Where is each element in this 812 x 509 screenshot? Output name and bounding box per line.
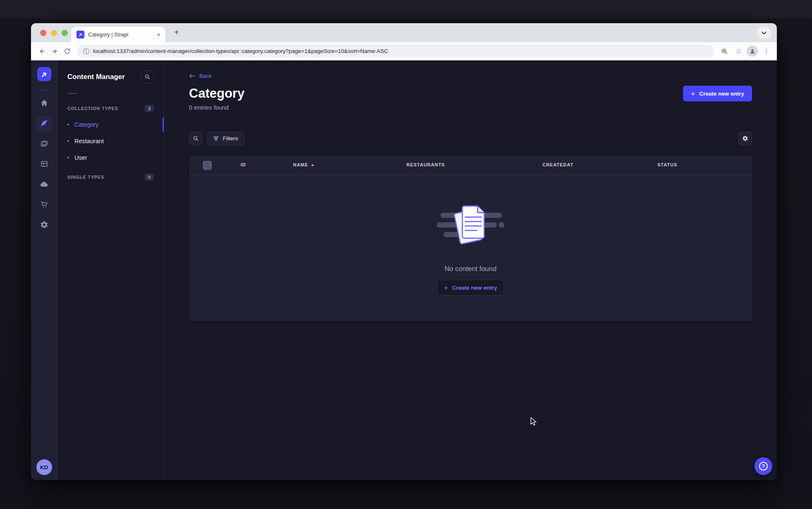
collection-types-label: COLLECTION TYPES <box>67 106 118 111</box>
subnav-search-icon[interactable] <box>141 70 154 83</box>
site-info-icon[interactable]: ⓘ <box>83 48 89 54</box>
sidebar-item-category[interactable]: Category <box>57 116 164 133</box>
column-header-createdat[interactable]: CREATEDAT <box>542 162 573 167</box>
back-navigation-icon[interactable] <box>36 45 48 58</box>
strapi-logo[interactable] <box>37 67 51 81</box>
home-icon[interactable] <box>36 95 52 111</box>
single-types-count-badge: 0 <box>145 173 154 181</box>
collection-types-count-badge: 3 <box>145 105 154 112</box>
browser-toolbar: ⓘ localhost:1337/admin/content-manager/c… <box>31 42 777 60</box>
tab-title: Category | Strapi <box>88 31 153 38</box>
bullet-icon <box>67 140 69 142</box>
browser-tab-strip: Category | Strapi × + <box>31 23 777 42</box>
view-settings-gear-icon[interactable] <box>738 132 752 145</box>
column-header-restaurants[interactable]: RESTAURANTS <box>406 162 445 167</box>
tab-close-icon[interactable]: × <box>156 31 161 38</box>
help-button[interactable]: ? <box>755 457 772 475</box>
sort-ascending-icon: ▲ <box>310 163 315 167</box>
select-all-checkbox[interactable] <box>203 161 212 170</box>
content-type-builder-icon[interactable] <box>36 156 52 172</box>
sidebar-item-restaurant[interactable]: Restaurant <box>57 133 164 149</box>
empty-create-new-entry-button[interactable]: + Create new entry <box>437 280 504 295</box>
main-navigation-rail: KD <box>31 60 57 480</box>
no-content-message: No content found <box>444 265 497 273</box>
column-header-name[interactable]: NAME ▲ <box>293 162 315 167</box>
page-title: Category <box>189 86 244 101</box>
single-types-label: SINGLE TYPES <box>67 175 104 180</box>
rail-divider <box>38 90 51 90</box>
browser-profile-icon[interactable] <box>747 46 758 57</box>
filter-lines-icon <box>213 136 219 141</box>
table-header-row: ID NAME ▲ RESTAURANTS CREATEDAT STATUS <box>189 156 752 175</box>
create-new-entry-button[interactable]: + Create new entry <box>683 86 752 101</box>
strapi-favicon-icon <box>76 31 84 38</box>
bullet-icon <box>67 157 69 158</box>
entries-table-card: ID NAME ▲ RESTAURANTS CREATEDAT STATUS <box>189 156 752 321</box>
new-tab-button[interactable]: + <box>171 26 182 38</box>
reload-icon[interactable] <box>61 45 73 58</box>
sidebar-item-user[interactable]: User <box>57 149 164 166</box>
content-manager-feather-icon[interactable] <box>36 115 52 131</box>
close-window-button[interactable] <box>40 30 46 36</box>
browser-tab[interactable]: Category | Strapi × <box>71 27 165 42</box>
back-link[interactable]: Back <box>189 73 212 79</box>
toolbar-actions: ☆ ⋮ <box>719 46 772 57</box>
subnav-divider <box>67 93 77 94</box>
cloud-icon[interactable] <box>36 176 52 192</box>
empty-create-label: Create new entry <box>452 285 497 291</box>
column-header-name-label: NAME <box>293 162 308 167</box>
browser-window: Category | Strapi × + ⓘ localhost:1337/a… <box>31 23 777 480</box>
user-avatar[interactable]: KD <box>36 459 52 475</box>
bookmark-star-icon[interactable]: ☆ <box>733 46 744 57</box>
minimize-window-button[interactable] <box>51 30 57 36</box>
column-header-id[interactable]: ID <box>241 162 246 167</box>
settings-gear-icon[interactable] <box>36 217 52 233</box>
strapi-admin: KD Content Manager COLLECTION TYPES 3 Ca… <box>31 60 777 480</box>
zoom-window-button[interactable] <box>62 30 68 36</box>
address-bar[interactable]: ⓘ localhost:1337/admin/content-manager/c… <box>77 45 714 58</box>
url-text: localhost:1337/admin/content-manager/col… <box>93 48 388 54</box>
tab-search-chevron-icon[interactable] <box>757 27 771 38</box>
back-arrow-icon <box>189 74 196 79</box>
column-header-status[interactable]: STATUS <box>657 162 677 167</box>
bullet-icon <box>67 124 69 125</box>
plus-icon: + <box>444 284 448 291</box>
main-content: Back Category + Create new entry 0 entri… <box>164 60 777 480</box>
marketplace-cart-icon[interactable] <box>36 197 52 212</box>
sidebar-item-label: Restaurant <box>74 138 104 144</box>
forward-navigation-icon[interactable] <box>48 45 61 58</box>
browser-menu-icon[interactable]: ⋮ <box>760 46 772 57</box>
filters-label: Filters <box>223 135 238 142</box>
empty-documents-illustration <box>435 201 506 252</box>
create-new-entry-label: Create new entry <box>699 91 744 97</box>
mouse-cursor <box>530 417 538 426</box>
entries-count-text: 0 entries found <box>189 104 752 111</box>
back-label: Back <box>199 73 212 79</box>
content-manager-subnav: Content Manager COLLECTION TYPES 3 Categ… <box>57 60 164 480</box>
empty-state: No content found + Create new entry <box>189 175 752 321</box>
filters-button[interactable]: Filters <box>207 132 245 145</box>
question-mark-icon: ? <box>759 462 768 471</box>
sidebar-item-label: User <box>74 154 87 161</box>
single-types-section: SINGLE TYPES 0 <box>57 173 164 181</box>
search-icon[interactable] <box>189 132 203 145</box>
collection-types-section: COLLECTION TYPES 3 <box>57 105 164 112</box>
subnav-title: Content Manager <box>67 73 125 81</box>
sidebar-item-label: Category <box>74 121 99 128</box>
zoom-page-icon[interactable] <box>719 46 730 57</box>
active-indicator <box>162 118 164 132</box>
media-library-icon[interactable] <box>36 136 52 151</box>
window-controls <box>40 30 68 36</box>
plus-icon: + <box>691 90 695 97</box>
